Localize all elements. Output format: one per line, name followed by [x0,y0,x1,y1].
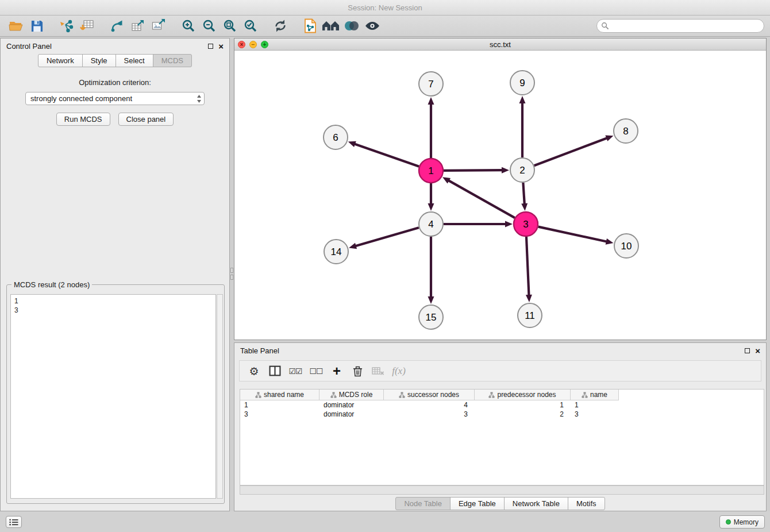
network-node-15[interactable]: 15 [419,305,443,329]
optimization-select[interactable]: strongly connected component [25,92,205,105]
table-cell[interactable]: 3 [384,410,475,419]
memory-button[interactable]: Memory [719,515,765,529]
network-file-button[interactable] [300,17,321,35]
open-session-button[interactable] [6,17,26,35]
minimize-window-icon[interactable]: − [249,41,257,48]
column-header-name[interactable]: name [571,390,619,400]
close-window-icon[interactable]: × [238,41,245,48]
close-table-panel-icon[interactable]: × [755,348,760,354]
network-node-4[interactable]: 4 [419,212,443,236]
show-columns-button[interactable] [266,363,283,380]
mcds-result-list[interactable]: 13 [10,294,216,499]
zoom-fit-button[interactable] [220,17,240,35]
tab-motifs[interactable]: Motifs [568,497,605,510]
column-header-predecessor-nodes[interactable]: predecessor nodes [475,390,571,400]
style-palette-icon [344,20,360,32]
network-node-3[interactable]: 3 [514,212,538,236]
network-window-titlebar[interactable]: × − + scc.txt [234,38,766,51]
export-table-button[interactable] [128,17,148,35]
zoom-out-icon [202,18,217,33]
column-header-shared-name[interactable]: shared name [240,390,319,400]
network-edge-3-11[interactable] [526,237,529,296]
network-edge-1-6[interactable] [354,144,419,167]
overview-button[interactable] [321,17,341,35]
show-hide-button[interactable] [362,17,383,35]
zoom-selected-button[interactable] [240,17,261,35]
result-scrollbar[interactable] [217,294,223,499]
tab-style[interactable]: Style [82,54,116,67]
deselect-all-button[interactable]: ☐☐ [307,363,325,380]
function-builder-button[interactable]: f(x) [390,363,407,380]
network-node-10[interactable]: 10 [614,234,638,258]
network-view-window: × − + scc.txt 7968124314101511 [234,38,767,340]
tab-network-table[interactable]: Network Table [504,497,568,510]
import-table-button[interactable] [77,17,98,35]
maximize-window-icon[interactable]: + [261,41,268,48]
delete-table-button[interactable] [369,363,387,380]
column-header-successor-nodes[interactable]: successor nodes [384,390,475,400]
table-cell[interactable]: 3 [240,410,319,419]
search-input[interactable] [596,19,764,33]
select-all-button[interactable]: ☑☑ [287,363,304,380]
save-session-button[interactable] [26,17,47,35]
network-edge-1-2[interactable] [444,170,503,171]
svg-text:15: 15 [426,312,437,323]
style-button[interactable] [341,17,362,35]
network-window-title: scc.txt [490,40,511,49]
optimization-select-value: strongly connected component [30,94,132,103]
float-table-panel-icon[interactable] [745,348,750,353]
table-cell[interactable]: 1 [240,400,319,410]
export-image-button[interactable] [148,17,169,35]
clone-network-button[interactable] [107,17,128,35]
network-edge-2-3[interactable] [523,183,524,205]
delete-column-button[interactable] [349,363,366,380]
tab-network[interactable]: Network [38,54,83,67]
zoom-out-button[interactable] [199,17,220,35]
table-cell[interactable]: 1 [571,400,619,410]
float-panel-icon[interactable] [208,44,213,49]
window-title: Session: New Session [348,3,422,12]
table-cell[interactable]: 3 [571,410,619,419]
table-row[interactable]: 1dominator411 [240,400,764,410]
task-history-button[interactable] [6,516,22,528]
table-cell[interactable]: 4 [384,400,475,410]
table-cell[interactable]: 1 [475,400,571,410]
panel-splitter[interactable] [230,38,234,511]
refresh-layout-button[interactable] [270,17,291,35]
plus-icon: + [333,363,341,379]
network-node-7[interactable]: 7 [419,72,443,96]
network-edge-3-10[interactable] [538,227,607,242]
network-node-8[interactable]: 8 [614,119,638,143]
network-node-11[interactable]: 11 [518,303,542,327]
tab-mcds[interactable]: MCDS [153,54,192,67]
gear-icon: ⚙ [249,365,259,377]
table-cell[interactable]: dominator [319,400,384,410]
table-tabs: Node TableEdge TableNetwork TableMotifs [234,497,766,510]
table-row[interactable]: 3dominator323 [240,410,764,419]
network-node-2[interactable]: 2 [510,158,534,182]
network-edge-2-8[interactable] [534,138,608,165]
export-image-icon [151,18,166,33]
tab-select[interactable]: Select [116,54,153,67]
network-edge-4-14[interactable] [355,228,419,246]
table-panel: Table Panel × ⚙ ☑☑ ☐☐ + [234,342,767,511]
table-hscrollbar[interactable] [240,485,764,495]
column-header-MCDS-role[interactable]: MCDS role [319,390,384,400]
network-node-6[interactable]: 6 [324,125,348,149]
close-panel-icon[interactable]: × [218,44,224,49]
close-panel-button[interactable]: Close panel [118,113,174,126]
import-network-button[interactable] [56,17,77,35]
add-column-button[interactable]: + [328,363,345,380]
network-node-1[interactable]: 1 [419,159,443,183]
tab-node-table[interactable]: Node Table [395,497,451,510]
table-cell[interactable]: dominator [319,410,384,419]
network-node-9[interactable]: 9 [510,71,534,95]
run-mcds-button[interactable]: Run MCDS [56,113,110,126]
tab-edge-table[interactable]: Edge Table [450,497,505,510]
network-node-14[interactable]: 14 [324,240,348,264]
table-settings-button[interactable]: ⚙ [245,363,263,380]
table-cell[interactable]: 2 [475,410,571,419]
network-edge-3-1[interactable] [448,180,515,218]
zoom-in-button[interactable] [178,17,199,35]
network-canvas[interactable]: 7968124314101511 [234,51,766,340]
